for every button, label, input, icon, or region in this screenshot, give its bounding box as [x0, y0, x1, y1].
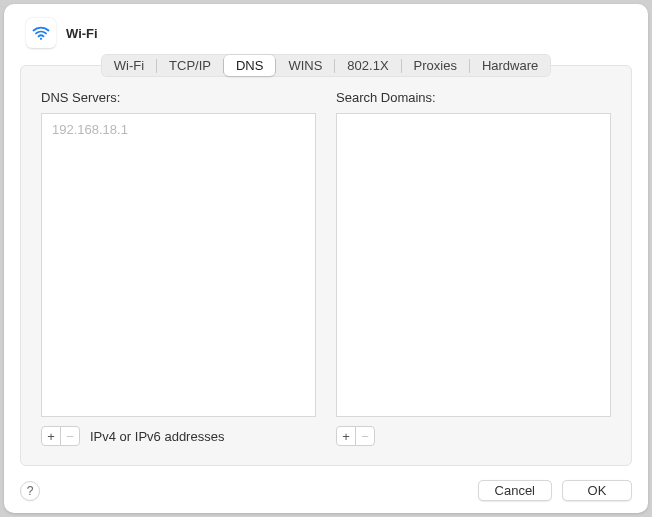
- footer: ? Cancel OK: [20, 480, 632, 501]
- add-search-domain-button[interactable]: +: [336, 426, 356, 446]
- segmented-control: Wi-Fi TCP/IP DNS WINS 802.1X Proxies Har…: [101, 54, 552, 77]
- network-advanced-window: Wi-Fi Wi-Fi TCP/IP DNS WINS 802.1X Proxi…: [4, 4, 648, 513]
- dns-servers-addremove: + −: [41, 426, 80, 446]
- cancel-button[interactable]: Cancel: [478, 480, 552, 501]
- dns-servers-list[interactable]: 192.168.18.1: [41, 113, 316, 417]
- tab-wins[interactable]: WINS: [276, 55, 334, 76]
- tab-tcpip[interactable]: TCP/IP: [157, 55, 223, 76]
- search-domains-controls: + −: [336, 425, 611, 447]
- add-dns-server-button[interactable]: +: [41, 426, 61, 446]
- remove-search-domain-button[interactable]: −: [355, 426, 375, 446]
- window-title: Wi-Fi: [66, 26, 98, 41]
- tab-panel: DNS Servers: 192.168.18.1 + − IPv4 or IP…: [20, 65, 632, 466]
- title-row: Wi-Fi: [20, 18, 632, 48]
- search-domains-addremove: + −: [336, 426, 375, 446]
- dns-servers-hint: IPv4 or IPv6 addresses: [90, 429, 224, 444]
- tab-proxies[interactable]: Proxies: [402, 55, 469, 76]
- dns-servers-label: DNS Servers:: [41, 90, 316, 105]
- tab-bar: Wi-Fi TCP/IP DNS WINS 802.1X Proxies Har…: [20, 54, 632, 77]
- wifi-icon: [26, 18, 56, 48]
- tab-8021x[interactable]: 802.1X: [335, 55, 400, 76]
- remove-dns-server-button[interactable]: −: [60, 426, 80, 446]
- columns: DNS Servers: 192.168.18.1 + − IPv4 or IP…: [41, 90, 611, 447]
- tab-wifi[interactable]: Wi-Fi: [102, 55, 156, 76]
- dns-servers-controls: + − IPv4 or IPv6 addresses: [41, 425, 316, 447]
- dns-server-entry[interactable]: 192.168.18.1: [52, 120, 305, 140]
- search-domains-column: Search Domains: + −: [336, 90, 611, 447]
- tab-dns[interactable]: DNS: [224, 55, 275, 76]
- search-domains-label: Search Domains:: [336, 90, 611, 105]
- tab-hardware[interactable]: Hardware: [470, 55, 550, 76]
- ok-button[interactable]: OK: [562, 480, 632, 501]
- help-button[interactable]: ?: [20, 481, 40, 501]
- dns-servers-column: DNS Servers: 192.168.18.1 + − IPv4 or IP…: [41, 90, 316, 447]
- svg-point-0: [40, 38, 42, 40]
- search-domains-list[interactable]: [336, 113, 611, 417]
